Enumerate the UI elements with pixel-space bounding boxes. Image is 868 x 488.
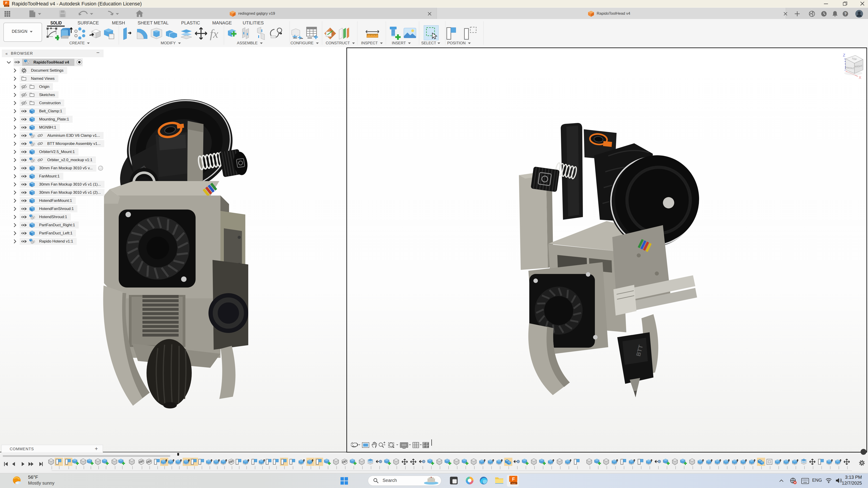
svg-text:F: F: [512, 477, 515, 482]
svg-text:F: F: [5, 1, 7, 5]
svg-text:?: ?: [844, 12, 846, 16]
svg-text:X: X: [859, 75, 861, 80]
svg-text:Z: Z: [843, 53, 845, 57]
svg-text:FUS: FUS: [5, 5, 8, 7]
svg-text:FUS: FUS: [512, 483, 516, 485]
